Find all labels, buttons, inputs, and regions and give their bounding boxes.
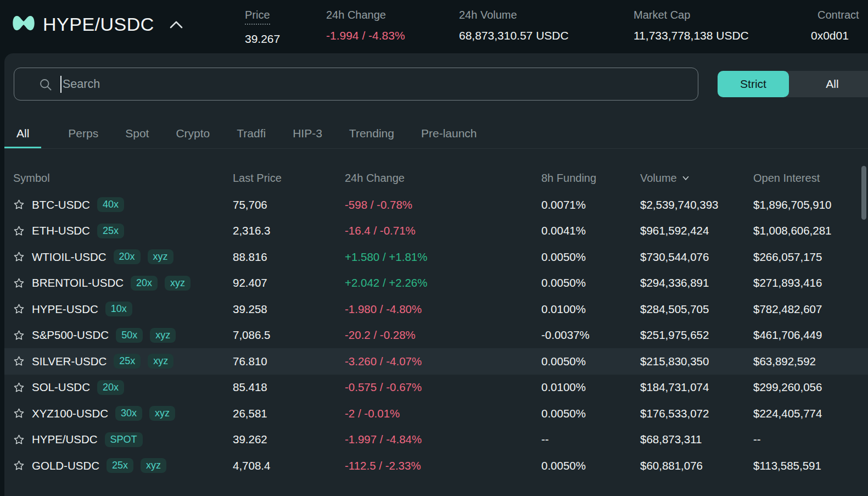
tab-spot[interactable]: Spot [125, 127, 149, 148]
volume-cell: $60,881,076 [640, 459, 753, 472]
funding-cell: 0.0050% [541, 276, 640, 289]
change-cell: -20.2 / -0.28% [345, 328, 541, 342]
table-row[interactable]: S&P500-USDC50xxyz7,086.5-20.2 / -0.28%-0… [4, 322, 868, 349]
table-row[interactable]: XYZ100-USDC30xxyz26,581-2 / -0.01%0.0050… [4, 400, 868, 427]
symbol-cell: HYPE-USDC10x [13, 302, 233, 316]
table-row[interactable]: SILVER-USDC25xxyz76.810-3.260 / -4.07%0.… [4, 348, 868, 375]
hyperliquid-logo-icon [12, 13, 35, 35]
column-header-last-price[interactable]: Last Price [233, 172, 345, 185]
tab-crypto[interactable]: Crypto [176, 127, 210, 148]
leverage-badge: 40x [97, 197, 124, 212]
last-price-cell: 2,316.3 [233, 224, 345, 237]
volume-cell: $730,544,076 [640, 250, 753, 264]
change-cell: -2 / -0.01% [345, 407, 541, 420]
search-mode-toggle: Strict All [718, 71, 868, 97]
column-header-8h-funding[interactable]: 8h Funding [541, 172, 640, 185]
table-row[interactable]: BTC-USDC40x75,706-598 / -0.78%0.0071%$2,… [4, 192, 868, 218]
leverage-badge: 50x [116, 328, 143, 343]
column-label: Volume [640, 172, 677, 185]
leverage-badge: 25x [97, 224, 124, 238]
leverage-badge: 20x [97, 380, 124, 395]
favorite-star-icon[interactable] [13, 408, 25, 419]
stat-value: 11,733,778,138 USDC [634, 29, 749, 42]
xyz-badge: xyz [148, 354, 173, 369]
symbol-name: WTIOIL-USDC [32, 250, 107, 264]
tab-trending[interactable]: Trending [349, 127, 394, 148]
spot-badge: SPOT [105, 432, 143, 447]
table-row[interactable]: WTIOIL-USDC20xxyz88.816+1.580 / +1.81%0.… [4, 244, 868, 270]
tab-tradfi[interactable]: Tradfi [237, 127, 266, 148]
symbol-cell: BTC-USDC40x [13, 197, 233, 212]
column-header-24h-change[interactable]: 24h Change [345, 172, 541, 185]
open-interest-cell: $113,585,591 [753, 459, 868, 472]
tab-perps[interactable]: Perps [68, 127, 98, 148]
funding-cell: 0.0050% [541, 355, 640, 368]
favorite-star-icon[interactable] [13, 330, 25, 341]
tab-pre-launch[interactable]: Pre-launch [421, 127, 477, 148]
column-label: 8h Funding [541, 172, 596, 185]
favorite-star-icon[interactable] [13, 303, 25, 315]
last-price-cell: 39.258 [233, 303, 345, 316]
volume-cell: $176,533,072 [640, 407, 753, 420]
change-cell: -1.997 / -4.84% [345, 433, 541, 446]
scrollbar-thumb[interactable] [861, 166, 866, 220]
favorite-star-icon[interactable] [13, 382, 25, 393]
open-interest-cell: -- [753, 433, 868, 446]
funding-cell: 0.0050% [541, 459, 640, 472]
table-row[interactable]: ETH-USDC25x2,316.3-16.4 / -0.71%0.0041%$… [4, 218, 868, 244]
change-cell: +1.580 / +1.81% [345, 250, 541, 264]
symbol-name: HYPE-USDC [32, 303, 98, 316]
table-row[interactable]: GOLD-USDC25xxyz4,708.4-112.5 / -2.33%0.0… [4, 453, 868, 479]
favorite-star-icon[interactable] [13, 277, 25, 289]
table-row[interactable]: HYPE/USDCSPOT39.262-1.997 / -4.84%--$68,… [4, 427, 868, 453]
last-price-cell: 39.262 [233, 433, 345, 446]
stat-label: 24h Volume [459, 9, 517, 21]
favorite-star-icon[interactable] [13, 434, 25, 445]
symbol-cell: XYZ100-USDC30xxyz [13, 406, 233, 421]
stat-contract: Contract0x0d01 [811, 9, 859, 42]
last-price-cell: 92.407 [233, 276, 345, 289]
volume-cell: $215,830,350 [640, 355, 753, 368]
search-box[interactable] [14, 68, 698, 101]
chevron-up-icon [169, 19, 184, 32]
category-tabs: AllPerpsSpotCryptoTradfiHIP-3TrendingPre… [4, 123, 868, 149]
table-row[interactable]: BRENTOIL-USDC20xxyz92.407+2.042 / +2.26%… [4, 270, 868, 297]
favorite-star-icon[interactable] [13, 460, 25, 471]
symbol-name: HYPE/USDC [32, 433, 98, 446]
symbol-cell: ETH-USDC25x [13, 224, 233, 238]
last-price-cell: 76.810 [233, 355, 345, 368]
column-header-symbol[interactable]: Symbol [13, 172, 233, 185]
stat-value: 39.267 [245, 32, 280, 46]
funding-cell: -- [541, 433, 640, 446]
strict-filter-button[interactable]: Strict [718, 71, 789, 97]
favorite-star-icon[interactable] [13, 225, 25, 237]
tab-all[interactable]: All [4, 127, 41, 148]
favorite-star-icon[interactable] [13, 251, 25, 263]
funding-cell: 0.0050% [541, 407, 640, 420]
symbol-name: XYZ100-USDC [32, 407, 108, 420]
all-filter-button[interactable]: All [789, 71, 868, 97]
leverage-badge: 10x [105, 302, 132, 316]
xyz-badge: xyz [150, 328, 176, 343]
pair-selector[interactable]: HYPE/USDC [12, 13, 184, 35]
tab-hip-3[interactable]: HIP-3 [293, 127, 322, 148]
funding-cell: 0.0041% [541, 224, 640, 237]
change-cell: -598 / -0.78% [345, 198, 541, 211]
open-interest-cell: $782,482,607 [753, 303, 868, 316]
column-label: Symbol [13, 172, 50, 185]
last-price-cell: 7,086.5 [233, 328, 345, 342]
stat-value: 68,873,310.57 USDC [459, 29, 569, 42]
search-input[interactable] [14, 68, 698, 100]
table-row[interactable]: HYPE-USDC10x39.258-1.980 / -4.80%0.0100%… [4, 296, 868, 322]
favorite-star-icon[interactable] [13, 355, 25, 367]
symbol-cell: S&P500-USDC50xxyz [13, 328, 233, 343]
column-header-open-interest[interactable]: Open Interest [753, 172, 868, 185]
leverage-badge: 20x [114, 249, 141, 264]
favorite-star-icon[interactable] [13, 199, 25, 210]
table-row[interactable]: SOL-USDC20x85.418-0.575 / -0.67%0.0100%$… [4, 375, 868, 401]
stat-label: Contract [817, 9, 859, 21]
symbol-cell: WTIOIL-USDC20xxyz [13, 249, 233, 264]
table-header-row: SymbolLast Price24h Change8h FundingVolu… [4, 166, 868, 190]
column-header-volume[interactable]: Volume [640, 172, 753, 185]
volume-cell: $184,731,074 [640, 381, 753, 394]
